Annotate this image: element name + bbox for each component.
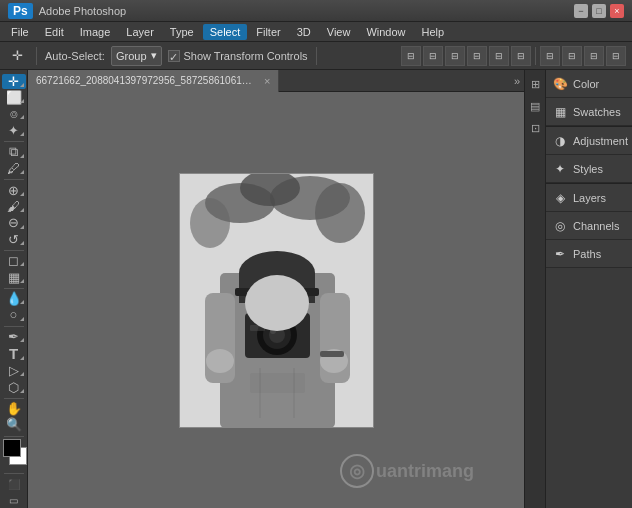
shape-btn[interactable]: ⬡ [2, 379, 26, 394]
zoom-btn[interactable]: 🔍 [2, 417, 26, 432]
autoselect-value: Group [116, 50, 147, 62]
layers-label: Layers [573, 192, 606, 204]
adjustment-label: Adjustment [573, 135, 628, 147]
minimize-button[interactable]: − [574, 4, 588, 18]
screen-mode-btn[interactable]: ▭ [2, 493, 26, 508]
transform-checkbox[interactable]: ✓ [168, 50, 180, 62]
tab-close-button[interactable]: × [264, 75, 270, 87]
pen-btn[interactable]: ✒ [2, 329, 26, 344]
crop-tool-btn[interactable]: ⧉ [2, 144, 26, 160]
tab-scroll-arrows[interactable]: » [510, 75, 524, 87]
color-boxes [0, 439, 28, 462]
close-button[interactable]: × [610, 4, 624, 18]
active-document-tab[interactable]: 66721662_2088041397972956_58725861061170… [28, 70, 279, 92]
panel-tabs: 🎨 Color ▦ Swatches ◑ Adjustment ✦ Styles [546, 70, 632, 508]
adjustment-panel-tab[interactable]: ◑ Adjustment [546, 127, 632, 155]
color-label: Color [573, 78, 599, 90]
left-toolbar: ✛ ⬜ ⌾ ✦ ⧉ 🖊 ⊕ 🖌 ⊖ ↺ ◻ ▦ 💧 ○ ✒ T ▷ ⬡ ✋ 🔍 … [0, 70, 28, 508]
paths-icon: ✒ [552, 246, 568, 262]
text-btn[interactable]: T [2, 345, 26, 362]
marquee-tool-btn[interactable]: ⬜ [2, 90, 26, 105]
menu-select[interactable]: Select [203, 24, 248, 40]
menu-bar: File Edit Image Layer Type Select Filter… [0, 22, 632, 42]
foreground-color[interactable] [3, 439, 21, 457]
magic-wand-btn[interactable]: ✦ [2, 122, 26, 137]
menu-edit[interactable]: Edit [38, 24, 71, 40]
menu-window[interactable]: Window [359, 24, 412, 40]
dodge-btn[interactable]: ○ [2, 307, 26, 322]
channels-panel-tab[interactable]: ◎ Channels [546, 212, 632, 240]
distribute-btn-2[interactable]: ⊟ [562, 46, 582, 66]
distribute-btn-3[interactable]: ⊟ [584, 46, 604, 66]
menu-view[interactable]: View [320, 24, 358, 40]
menu-layer[interactable]: Layer [119, 24, 161, 40]
history-brush-btn[interactable]: ↺ [2, 232, 26, 247]
move-tool-btn[interactable]: ✛ [2, 74, 26, 89]
align-btn-6[interactable]: ⊟ [511, 46, 531, 66]
tool-separator-2 [4, 179, 24, 180]
canvas-wrapper[interactable]: ◎ uantrimang [28, 92, 524, 508]
watermark: ◎ uantrimang [340, 454, 474, 488]
styles-panel-tab[interactable]: ✦ Styles [546, 155, 632, 183]
tab-filename: 66721662_2088041397972956_58725861061170… [36, 75, 256, 86]
maximize-button[interactable]: □ [592, 4, 606, 18]
panel-icon-3[interactable]: ⊡ [525, 118, 545, 138]
layers-panel-tab[interactable]: ◈ Layers [546, 184, 632, 212]
swatches-panel-tab[interactable]: ▦ Swatches [546, 98, 632, 126]
watermark-circle: ◎ [340, 454, 374, 488]
channels-icon: ◎ [552, 218, 568, 234]
separator [36, 47, 37, 65]
svg-point-4 [315, 183, 365, 243]
menu-type[interactable]: Type [163, 24, 201, 40]
spot-heal-btn[interactable]: ⊕ [2, 183, 26, 198]
eyedropper-btn[interactable]: 🖊 [2, 161, 26, 176]
swatches-label: Swatches [573, 106, 621, 118]
blur-btn[interactable]: 💧 [2, 291, 26, 306]
svg-point-5 [190, 198, 230, 248]
title-bar-controls: − □ × [574, 4, 624, 18]
svg-rect-19 [320, 351, 344, 357]
tool-separator-5 [4, 326, 24, 327]
gradient-btn[interactable]: ▦ [2, 269, 26, 284]
menu-image[interactable]: Image [73, 24, 118, 40]
tool-separator-6 [4, 398, 24, 399]
path-select-btn[interactable]: ▷ [2, 363, 26, 378]
eraser-btn[interactable]: ◻ [2, 253, 26, 268]
color-panel-tab[interactable]: 🎨 Color [546, 70, 632, 98]
panel-icon-1[interactable]: ⊞ [525, 74, 545, 94]
tool-separator-4 [4, 288, 24, 289]
menu-help[interactable]: Help [415, 24, 452, 40]
menu-file[interactable]: File [4, 24, 36, 40]
move-tool-icon: ✛ [6, 45, 28, 67]
menu-3d[interactable]: 3D [290, 24, 318, 40]
panel-icon-2[interactable]: ▤ [525, 96, 545, 116]
autoselect-label: Auto-Select: [45, 50, 105, 62]
brush-btn[interactable]: 🖌 [2, 199, 26, 214]
styles-label: Styles [573, 163, 603, 175]
channels-label: Channels [573, 220, 619, 232]
hand-btn[interactable]: ✋ [2, 401, 26, 416]
distribute-btn-1[interactable]: ⊟ [540, 46, 560, 66]
distribute-btn-4[interactable]: ⊟ [606, 46, 626, 66]
separator3 [535, 47, 536, 65]
menu-filter[interactable]: Filter [249, 24, 287, 40]
clone-stamp-btn[interactable]: ⊖ [2, 215, 26, 230]
align-btn-2[interactable]: ⊟ [423, 46, 443, 66]
tab-bar: 66721662_2088041397972956_58725861061170… [28, 70, 524, 92]
align-btn-1[interactable]: ⊟ [401, 46, 421, 66]
align-btn-5[interactable]: ⊟ [489, 46, 509, 66]
options-bar: ✛ Auto-Select: Group ▾ ✓ Show Transform … [0, 42, 632, 70]
autoselect-dropdown[interactable]: Group ▾ [111, 46, 162, 66]
lasso-tool-btn[interactable]: ⌾ [2, 106, 26, 121]
canvas-image [179, 173, 374, 428]
swatches-icon: ▦ [552, 104, 568, 120]
tool-separator-8 [4, 473, 24, 474]
separator2 [316, 47, 317, 65]
align-btn-3[interactable]: ⊟ [445, 46, 465, 66]
align-buttons-group: ⊟ ⊟ ⊟ ⊟ ⊟ ⊟ ⊟ ⊟ ⊟ ⊟ [401, 46, 626, 66]
quick-mask-btn[interactable]: ⬛ [2, 477, 26, 492]
align-btn-4[interactable]: ⊟ [467, 46, 487, 66]
transform-controls-checkbox[interactable]: ✓ Show Transform Controls [168, 50, 308, 62]
paths-panel-tab[interactable]: ✒ Paths [546, 240, 632, 268]
color-icon: 🎨 [552, 76, 568, 92]
